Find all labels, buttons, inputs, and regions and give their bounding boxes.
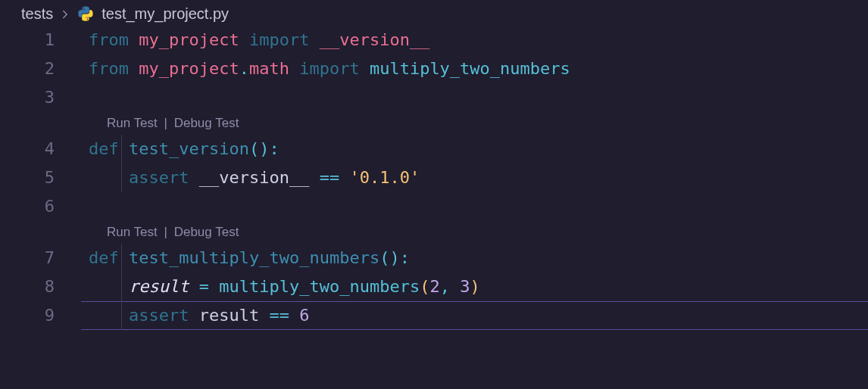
line-number: 6 (0, 192, 83, 221)
breadcrumb-folder[interactable]: tests (21, 5, 53, 23)
codelens: Run Test | Debug Test (0, 112, 868, 135)
code-line[interactable]: 4 def test_version(): (0, 135, 868, 163)
debug-test-link[interactable]: Debug Test (174, 225, 239, 239)
run-test-link[interactable]: Run Test (107, 225, 158, 239)
line-number: 4 (0, 135, 83, 163)
breadcrumb[interactable]: tests test_my_project.py (0, 0, 868, 26)
code-line[interactable]: 7 def test_multiply_two_numbers(): (0, 244, 868, 272)
code-line[interactable]: 5 assert __version__ == '0.1.0' (0, 163, 868, 192)
code-line[interactable]: 3 (0, 83, 868, 112)
code-line[interactable]: 8 result = multiply_two_numbers(2, 3) (0, 272, 868, 301)
chevron-right-icon (61, 5, 70, 23)
code-editor[interactable]: 1 from my_project import __version__ 2 f… (0, 26, 868, 330)
line-number: 5 (0, 163, 83, 192)
line-number: 7 (0, 244, 83, 272)
python-icon (77, 5, 94, 22)
code-line-active[interactable]: 9 assert result == 6 (0, 301, 868, 330)
code-line[interactable]: 6 (0, 192, 868, 221)
line-number: 9 (0, 301, 83, 330)
run-test-link[interactable]: Run Test (107, 116, 158, 130)
code-line[interactable]: 2 from my_project.math import multiply_t… (0, 54, 868, 83)
debug-test-link[interactable]: Debug Test (174, 116, 239, 130)
line-number: 2 (0, 54, 83, 83)
line-number: 8 (0, 272, 83, 301)
line-number: 3 (0, 83, 83, 112)
codelens: Run Test | Debug Test (0, 221, 868, 244)
line-number: 1 (0, 26, 83, 54)
breadcrumb-file[interactable]: test_my_project.py (101, 5, 229, 23)
code-line[interactable]: 1 from my_project import __version__ (0, 26, 868, 54)
